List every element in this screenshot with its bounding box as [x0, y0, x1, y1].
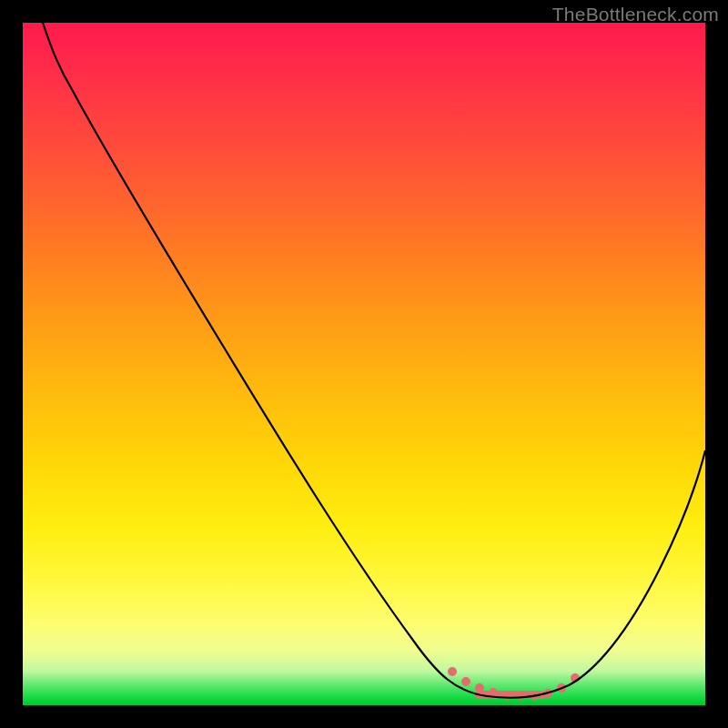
- svg-point-1: [461, 677, 470, 686]
- chart-curve-layer: [23, 23, 705, 705]
- chart-frame: TheBottleneck.com: [0, 0, 728, 728]
- watermark-text: TheBottleneck.com: [552, 4, 719, 25]
- chart-plot-area: [23, 23, 705, 705]
- svg-point-0: [448, 667, 457, 676]
- optimal-range-marks: [448, 667, 580, 700]
- bottleneck-curve-path: [43, 23, 705, 698]
